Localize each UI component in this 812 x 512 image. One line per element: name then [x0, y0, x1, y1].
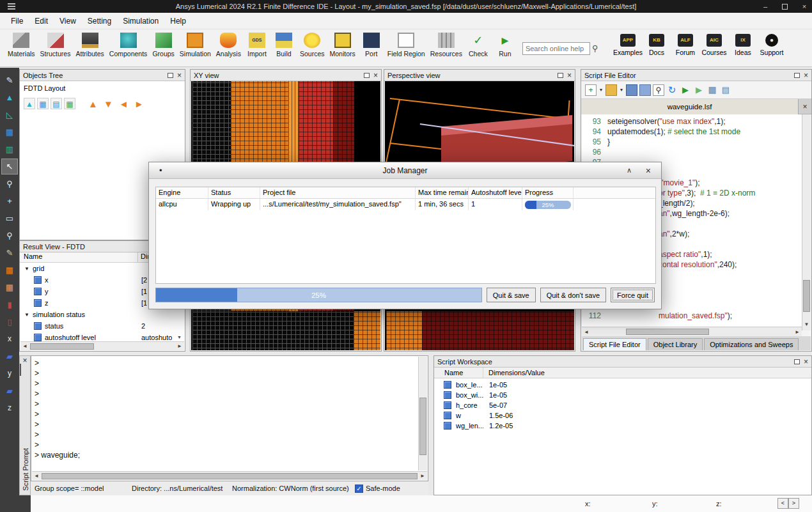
workspace-row[interactable]: h_core5e-07: [434, 400, 811, 410]
file-tab[interactable]: waveguide.lsf: [581, 99, 799, 114]
expander-icon[interactable]: ▼: [24, 266, 31, 272]
help-courses-button[interactable]: AICCourses: [699, 34, 728, 66]
expander-icon[interactable]: ▼: [24, 312, 31, 318]
next-button[interactable]: >: [788, 498, 799, 509]
scroll-thumb[interactable]: [419, 398, 426, 455]
result-row[interactable]: ▼simulation status: [20, 309, 184, 320]
new-script-caret-icon[interactable]: ▾: [598, 84, 604, 96]
close-panel-icon[interactable]: ×: [373, 72, 378, 79]
layer-icon[interactable]: ▯: [2, 314, 17, 329]
workspace-row[interactable]: w1.5e-06: [434, 410, 811, 421]
float-panel-icon[interactable]: [794, 359, 800, 364]
toolbar-run-button[interactable]: ▶Run: [492, 29, 519, 66]
toolbar-sources-button[interactable]: Sources: [297, 29, 327, 66]
toolbar-groups-button[interactable]: Groups: [150, 29, 176, 66]
toolbar-port-button[interactable]: Port: [358, 29, 385, 66]
result-row[interactable]: status2: [20, 320, 184, 332]
search-input[interactable]: [522, 42, 590, 55]
console-vscrollbar[interactable]: [418, 357, 427, 470]
add-to-group-icon[interactable]: ▦: [37, 98, 49, 109]
prev-button[interactable]: <: [777, 498, 788, 509]
help-ideas-button[interactable]: IXIdeas: [728, 34, 757, 66]
tab-optimizations-and-sweeps[interactable]: Optimizations and Sweeps: [704, 338, 799, 350]
arrange-icon[interactable]: ▦: [64, 98, 75, 109]
workspace-row[interactable]: wg_len...1.2e-05: [434, 421, 811, 431]
tab-script-file-editor[interactable]: Script File Editor: [583, 338, 646, 350]
open-script-icon[interactable]: [605, 84, 617, 96]
float-panel-icon[interactable]: [168, 73, 173, 78]
scroll-right-icon[interactable]: ►: [418, 473, 427, 479]
script-prompt-console[interactable]: >>>>>>>>>> waveguide; ◄ ►: [31, 355, 428, 481]
job-col-5[interactable]: Progress: [522, 187, 574, 198]
toolbar-attributes-button[interactable]: Attributes: [73, 29, 106, 66]
job-col-1[interactable]: Status: [208, 187, 260, 198]
slab-icon[interactable]: ▮: [2, 297, 17, 312]
toolbar-resources-button[interactable]: Resources: [428, 29, 465, 66]
edit-icon[interactable]: ✎: [2, 245, 17, 260]
maximize-button[interactable]: [782, 4, 788, 10]
move-up-icon[interactable]: ▲: [88, 98, 98, 109]
job-row[interactable]: allcpuWrapping up...s/Lumerical/test/my_…: [156, 199, 655, 210]
toolbar-check-button[interactable]: ✓Check: [465, 29, 492, 66]
scroll-down-icon[interactable]: ▼: [802, 322, 811, 330]
select-icon[interactable]: ↖: [2, 159, 17, 174]
refresh-icon[interactable]: ↻: [666, 84, 678, 96]
layer-pair2-icon[interactable]: ▰: [2, 384, 17, 398]
editor-vscrollbar[interactable]: ▼: [802, 114, 811, 330]
menu-view[interactable]: View: [54, 17, 82, 26]
scroll-left-icon[interactable]: ◄: [582, 329, 591, 335]
help-examples-button[interactable]: APPExamples: [613, 34, 642, 66]
mesh-view-icon[interactable]: ▦: [2, 125, 17, 139]
quit-save-button[interactable]: Quit & save: [487, 288, 536, 302]
editor-hscrollbar[interactable]: ◄ ►: [582, 327, 802, 336]
toolbar-simulation-button[interactable]: Simulation: [177, 29, 214, 66]
save-all-icon[interactable]: [639, 84, 651, 96]
toolbar-analysis-button[interactable]: Analysis: [214, 29, 244, 66]
pan-icon[interactable]: +: [2, 194, 17, 208]
ruler-icon[interactable]: ▭: [2, 211, 17, 226]
run-script-icon[interactable]: ▶: [680, 84, 691, 96]
float-panel-icon[interactable]: [364, 73, 370, 78]
close-panel-icon[interactable]: ×: [20, 357, 30, 364]
job-col-0[interactable]: Engine: [156, 187, 208, 198]
toolbar-components-button[interactable]: Components: [107, 29, 150, 66]
float-panel-icon[interactable]: [20, 364, 21, 376]
menu-simulation[interactable]: Simulation: [117, 17, 164, 26]
minimize-button[interactable]: –: [761, 0, 769, 13]
workspace-row[interactable]: box_le...1e-05: [434, 380, 811, 390]
grid-attribute-icon[interactable]: ▦: [2, 263, 17, 277]
scroll-right-icon[interactable]: ►: [175, 343, 184, 349]
tab-object-library[interactable]: Object Library: [648, 338, 703, 350]
console-hscrollbar[interactable]: ◄ ►: [32, 471, 427, 480]
result-hscrollbar[interactable]: ◄ ►: [20, 341, 184, 350]
scroll-left-icon[interactable]: ◄: [20, 343, 29, 349]
scroll-thumb[interactable]: [42, 473, 418, 479]
save-icon[interactable]: [626, 84, 637, 96]
chevron-down-icon[interactable]: ▼: [177, 335, 182, 339]
job-col-3[interactable]: Max time remain: [416, 187, 469, 198]
mesh-override-icon[interactable]: ▦: [2, 280, 17, 295]
close-panel-icon[interactable]: ×: [567, 72, 572, 79]
toolbar-fieldregion-button[interactable]: Field Region: [385, 29, 428, 66]
close-panel-icon[interactable]: ×: [804, 72, 808, 79]
move-right-icon[interactable]: ►: [134, 98, 144, 109]
toolbar-materials-button[interactable]: Materials: [5, 29, 38, 66]
detach-editor-icon[interactable]: ▤: [720, 84, 731, 96]
menu-help[interactable]: Help: [164, 17, 192, 26]
menu-setting[interactable]: Setting: [82, 17, 117, 26]
toolbar-import-button[interactable]: GDSImport: [244, 29, 270, 66]
workspace-table-icon[interactable]: ▦: [707, 84, 718, 96]
move-left-icon[interactable]: ◄: [118, 98, 129, 109]
quit-dont-save-button[interactable]: Quit & don't save: [540, 288, 606, 302]
close-panel-icon[interactable]: ×: [177, 72, 182, 79]
collapse-icon[interactable]: ∧: [627, 166, 632, 175]
open-script-caret-icon[interactable]: ▾: [619, 84, 624, 96]
toolbar-monitors-button[interactable]: Monitors: [327, 29, 357, 66]
menu-file[interactable]: File: [5, 17, 29, 26]
job-col-2[interactable]: Project file: [260, 187, 416, 198]
float-panel-icon[interactable]: [558, 73, 563, 78]
draw-icon[interactable]: ✎: [2, 73, 17, 88]
zoom-extents-icon[interactable]: ▲: [2, 90, 17, 105]
zoom-tool-icon[interactable]: ⚲: [2, 176, 17, 191]
close-button[interactable]: ×: [800, 0, 808, 13]
